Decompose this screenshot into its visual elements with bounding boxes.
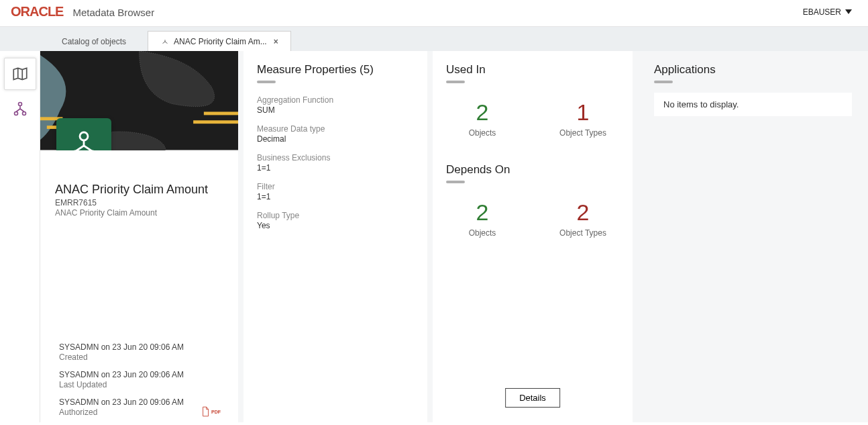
svg-point-3 [18, 103, 21, 106]
properties-panel: Measure Properties (5) Aggregation Funct… [238, 51, 427, 422]
object-code: EMRR7615 [55, 198, 223, 207]
export-pdf-button[interactable]: PDF [201, 406, 221, 417]
property-key: Aggregation Function [257, 95, 414, 105]
audit-updated: SYSADMN on 23 Jun 20 09:06 AM Last Updat… [59, 370, 223, 389]
audit-line: SYSADMN on 23 Jun 20 09:06 AM [59, 397, 223, 407]
count-label: Object Types [553, 228, 613, 238]
empty-text: No items to display. [663, 99, 739, 109]
audit-line: SYSADMN on 23 Jun 20 09:06 AM [59, 370, 223, 379]
object-title: ANAC Priority Claim Amount [55, 183, 223, 197]
property-value: Yes [257, 221, 414, 230]
used-in-objects: 2 Objects [452, 99, 512, 138]
svg-point-5 [22, 112, 25, 115]
svg-point-0 [164, 38, 166, 40]
svg-point-4 [14, 112, 17, 115]
top-bar: ORACLE Metadata Browser EBAUSER [0, 0, 868, 27]
details-button[interactable]: Details [505, 388, 560, 408]
property-value: SUM [257, 105, 414, 115]
property-row: Aggregation Function SUM [257, 95, 414, 115]
tab-label: ANAC Priority Claim Am... [174, 37, 267, 46]
property-key: Filter [257, 182, 414, 191]
object-type-icon [56, 118, 111, 150]
content: ANAC Priority Claim Amount EMRR7615 ANAC… [0, 51, 868, 422]
count-number: 2 [452, 99, 512, 126]
chevron-down-icon [845, 9, 852, 14]
audit-label: Created [59, 352, 223, 362]
svg-point-2 [166, 43, 168, 45]
count-label: Object Types [553, 128, 613, 138]
depends-on-types: 2 Object Types [553, 199, 613, 238]
used-in-types: 1 Object Types [553, 99, 613, 138]
property-row: Measure Data type Decimal [257, 124, 414, 144]
count-number: 1 [553, 99, 613, 126]
relations-panel: Used In 2 Objects 1 Object Types Depends… [427, 51, 633, 422]
tab-active-object[interactable]: ANAC Priority Claim Am... × [148, 31, 291, 51]
property-key: Rollup Type [257, 211, 414, 220]
object-description: ANAC Priority Claim Amount [55, 208, 223, 218]
close-icon[interactable]: × [274, 37, 278, 46]
property-row: Filter 1=1 [257, 182, 414, 201]
audit-label: Last Updated [59, 380, 223, 389]
rail-map-button[interactable] [4, 58, 36, 90]
hierarchy-icon [160, 37, 170, 46]
pdf-label: PDF [211, 410, 221, 414]
count-number: 2 [553, 199, 613, 226]
count-number: 2 [452, 199, 512, 226]
property-value: Decimal [257, 134, 414, 144]
rail-hierarchy-button[interactable] [4, 93, 36, 125]
property-value: 1=1 [257, 163, 414, 173]
oracle-logo: ORACLE [11, 4, 63, 19]
tab-strip: Catalog of objects ANAC Priority Claim A… [0, 27, 868, 51]
svg-point-12 [80, 132, 88, 140]
depends-on-objects: 2 Objects [452, 199, 512, 238]
applications-heading: Applications [654, 63, 852, 83]
app-title: Metadata Browser [72, 7, 154, 18]
tab-label: Catalog of objects [62, 37, 126, 46]
applications-empty: No items to display. [654, 93, 852, 116]
main: ANAC Priority Claim Amount EMRR7615 ANAC… [40, 51, 868, 422]
audit-line: SYSADMN on 23 Jun 20 09:06 AM [59, 342, 223, 352]
audit-label: Authorized [59, 408, 223, 417]
object-info-card: ANAC Priority Claim Amount EMRR7615 ANAC… [40, 51, 238, 422]
object-summary: ANAC Priority Claim Amount EMRR7615 ANAC… [40, 150, 238, 224]
audit-created: SYSADMN on 23 Jun 20 09:06 AM Created [59, 342, 223, 362]
user-name: EBAUSER [803, 7, 841, 17]
properties-list: Aggregation Function SUM Measure Data ty… [257, 95, 414, 230]
svg-point-1 [162, 43, 164, 45]
svg-rect-9 [193, 120, 238, 124]
property-key: Measure Data type [257, 124, 414, 134]
property-row: Business Exclusions 1=1 [257, 153, 414, 173]
hero-banner [40, 51, 238, 150]
applications-panel: Applications No items to display. [633, 51, 868, 422]
count-label: Objects [452, 128, 512, 138]
audit-authorized: SYSADMN on 23 Jun 20 09:06 AM Authorized [59, 397, 223, 417]
used-in-counts: 2 Objects 1 Object Types [446, 99, 619, 138]
properties-heading: Measure Properties (5) [257, 63, 414, 83]
depends-on-counts: 2 Objects 2 Object Types [446, 199, 619, 238]
depends-on-heading: Depends On [446, 163, 619, 183]
left-rail [0, 51, 40, 422]
svg-rect-8 [204, 111, 238, 115]
property-key: Business Exclusions [257, 153, 414, 162]
used-in-heading: Used In [446, 63, 619, 83]
property-row: Rollup Type Yes [257, 211, 414, 230]
property-value: 1=1 [257, 192, 414, 201]
top-bar-left: ORACLE Metadata Browser [11, 4, 154, 19]
user-menu[interactable]: EBAUSER [803, 7, 857, 17]
tab-catalog[interactable]: Catalog of objects [40, 31, 148, 51]
count-label: Objects [452, 228, 512, 238]
